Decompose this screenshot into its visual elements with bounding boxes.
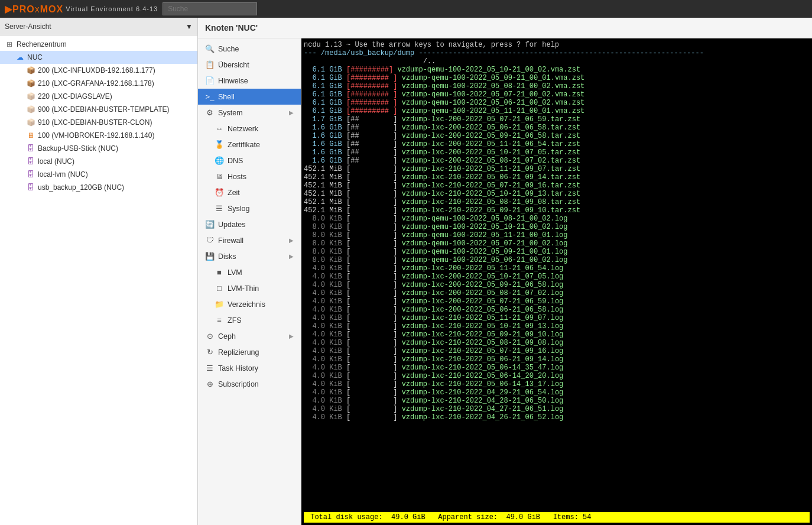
nav-label-zeit: Zeit <box>228 189 240 197</box>
nav-label-task-history: Task History <box>218 364 258 372</box>
nav-item-zfs[interactable]: ≡ZFS <box>198 312 301 328</box>
node-icon: ☁ <box>15 53 25 62</box>
lxc-icon: 📦 <box>26 66 35 75</box>
right-panel: Knoten 'NUC' 🔍Suche📋Übersicht📄Hinweise>_… <box>198 18 812 525</box>
nav-item-shell[interactable]: >_Shell <box>198 89 301 105</box>
topbar: ▶PROXMOX Virtual Environment 6.4-13 <box>0 0 812 18</box>
ubersicht-icon: 📋 <box>205 60 215 69</box>
dropdown-arrow-icon[interactable]: ▼ <box>186 22 193 31</box>
tree-item-local-lvm[interactable]: 🗄local-lvm (NUC) <box>0 168 197 181</box>
nav-item-lvm-thin[interactable]: □LVM-Thin <box>198 280 301 296</box>
server-ansicht-label: Server-Ansicht <box>5 22 51 31</box>
storage-icon: 🗄 <box>26 144 35 153</box>
suche-icon: 🔍 <box>205 44 215 53</box>
hinweise-icon: 📄 <box>205 76 215 85</box>
lvm-icon: ■ <box>215 268 224 277</box>
nav-item-system[interactable]: ⚙System▶ <box>198 105 301 121</box>
tree-label-usb-backup: usb_backup_120GB (NUC) <box>38 183 124 192</box>
nav-item-updates[interactable]: 🔄Updates <box>198 216 301 232</box>
tree-item-910[interactable]: 📦910 (LXC-DEBIAN-BUSTER-CLON) <box>0 116 197 129</box>
tree-label-220: 220 (LXC-DIAGSLAVE) <box>38 92 112 101</box>
server-ansicht-bar: Server-Ansicht ▼ <box>0 18 197 35</box>
nav-item-subscription[interactable]: ⊕Subscription <box>198 376 301 392</box>
nav-label-disks: Disks <box>218 252 236 261</box>
nav-label-updates: Updates <box>218 221 246 229</box>
nav-label-replizierung: Replizierung <box>218 348 259 357</box>
dns-icon: 🌐 <box>215 156 224 165</box>
nav-label-ubersicht: Übersicht <box>218 61 249 69</box>
nav-item-firewall[interactable]: 🛡Firewall▶ <box>198 232 301 248</box>
zertifikate-icon: 🏅 <box>215 140 224 149</box>
nav-label-zertifikate: Zertifikate <box>228 141 260 149</box>
nav-item-syslog[interactable]: ☰Syslog <box>198 200 301 216</box>
tree-label-200: 200 (LXC-INFLUXDB-192.168.1.177) <box>38 66 155 74</box>
zeit-icon: ⏰ <box>215 188 224 197</box>
verzeichnis-icon: 📁 <box>215 300 224 309</box>
terminal-content: ncdu 1.13 ~ Use the arrow keys to naviga… <box>304 41 810 512</box>
content-area: 🔍Suche📋Übersicht📄Hinweise>_Shell⚙System▶… <box>198 38 812 525</box>
ceph-icon: ⊙ <box>205 332 215 341</box>
nav-label-syslog: Syslog <box>228 205 250 213</box>
subscription-icon: ⊕ <box>205 380 215 388</box>
lxc-off-icon: 📦 <box>26 105 35 114</box>
terminal-area[interactable]: ncdu 1.13 ~ Use the arrow keys to naviga… <box>301 38 812 525</box>
tree-item-backup-usb[interactable]: 🗄Backup-USB-Stick (NUC) <box>0 142 197 155</box>
nav-label-ceph: Ceph <box>218 332 236 341</box>
tree-item-local[interactable]: 🗄local (NUC) <box>0 155 197 168</box>
knoten-header: Knoten 'NUC' <box>198 18 812 38</box>
nav-item-ubersicht[interactable]: 📋Übersicht <box>198 57 301 73</box>
tree-label-local-lvm: local-lvm (NUC) <box>38 170 88 179</box>
firewall-icon: 🛡 <box>205 236 215 245</box>
tree-item-100[interactable]: 🖥100 (VM-IOBROKER-192.168.1.140) <box>0 129 197 142</box>
tree-label-910: 910 (LXC-DEBIAN-BUSTER-CLON) <box>38 118 152 127</box>
nav-item-suche[interactable]: 🔍Suche <box>198 41 301 57</box>
nav-item-hosts[interactable]: 🖥Hosts <box>198 168 301 184</box>
expand-arrow-icon: ▶ <box>289 109 294 116</box>
tree-item-210[interactable]: 📦210 (LXC-GRAFANA-192.168.1.178) <box>0 77 197 90</box>
tree-label-local: local (NUC) <box>38 157 74 166</box>
shell-icon: >_ <box>205 92 215 101</box>
knoten-title: Knoten 'NUC' <box>205 23 258 33</box>
nav-item-zertifikate[interactable]: 🏅Zertifikate <box>198 137 301 153</box>
disks-icon: 💾 <box>205 252 215 261</box>
global-search-input[interactable] <box>163 2 257 15</box>
tree-item-nuc[interactable]: ☁NUC <box>0 51 197 64</box>
nav-label-shell: Shell <box>218 93 235 101</box>
nav-item-ceph[interactable]: ⊙Ceph▶ <box>198 328 301 344</box>
nav-item-dns[interactable]: 🌐DNS <box>198 153 301 168</box>
lvm-thin-icon: □ <box>215 284 224 293</box>
nav-item-hinweise[interactable]: 📄Hinweise <box>198 73 301 89</box>
nav-label-hinweise: Hinweise <box>218 77 248 85</box>
nav-label-zfs: ZFS <box>228 316 242 325</box>
tree-item-900[interactable]: 📦900 (LXC-DEBIAN-BUSTER-TEMPLATE) <box>0 103 197 116</box>
storage-icon: 🗄 <box>26 183 35 192</box>
tree-item-220[interactable]: 📦220 (LXC-DIAGSLAVE) <box>0 90 197 103</box>
tree-item-rechenzentrum[interactable]: ⊞Rechenzentrum <box>0 38 197 51</box>
nav-label-verzeichnis: Verzeichnis <box>228 300 265 309</box>
nav-label-dns: DNS <box>228 157 243 165</box>
sidebar: Server-Ansicht ▼ ⊞Rechenzentrum☁NUC📦200 … <box>0 18 198 525</box>
nav-item-netzwerk[interactable]: ↔Netzwerk <box>198 121 301 137</box>
system-icon: ⚙ <box>205 108 215 117</box>
zfs-icon: ≡ <box>215 316 224 325</box>
nav-label-subscription: Subscription <box>218 380 259 388</box>
nav-label-lvm: LVM <box>228 268 242 277</box>
tree-item-200[interactable]: 📦200 (LXC-INFLUXDB-192.168.1.177) <box>0 64 197 77</box>
expand-arrow-icon: ▶ <box>289 253 294 260</box>
nav-item-task-history[interactable]: ☰Task History <box>198 360 301 376</box>
expand-arrow-icon: ▶ <box>289 333 294 339</box>
nav-item-replizierung[interactable]: ↻Replizierung <box>198 344 301 360</box>
nav-item-verzeichnis[interactable]: 📁Verzeichnis <box>198 296 301 312</box>
logo: ▶PROXMOX Virtual Environment 6.4-13 <box>5 4 158 15</box>
nav-item-disks[interactable]: 💾Disks▶ <box>198 248 301 264</box>
nav-label-firewall: Firewall <box>218 236 243 245</box>
nav-item-lvm[interactable]: ■LVM <box>198 264 301 280</box>
nav-menu: 🔍Suche📋Übersicht📄Hinweise>_Shell⚙System▶… <box>198 38 301 525</box>
tree: ⊞Rechenzentrum☁NUC📦200 (LXC-INFLUXDB-192… <box>0 35 197 525</box>
tree-item-usb-backup[interactable]: 🗄usb_backup_120GB (NUC) <box>0 181 197 194</box>
nav-label-system: System <box>218 109 243 117</box>
syslog-icon: ☰ <box>215 204 224 213</box>
updates-icon: 🔄 <box>205 220 215 229</box>
nav-item-zeit[interactable]: ⏰Zeit <box>198 184 301 200</box>
tree-label-rechenzentrum: Rechenzentrum <box>17 40 67 48</box>
